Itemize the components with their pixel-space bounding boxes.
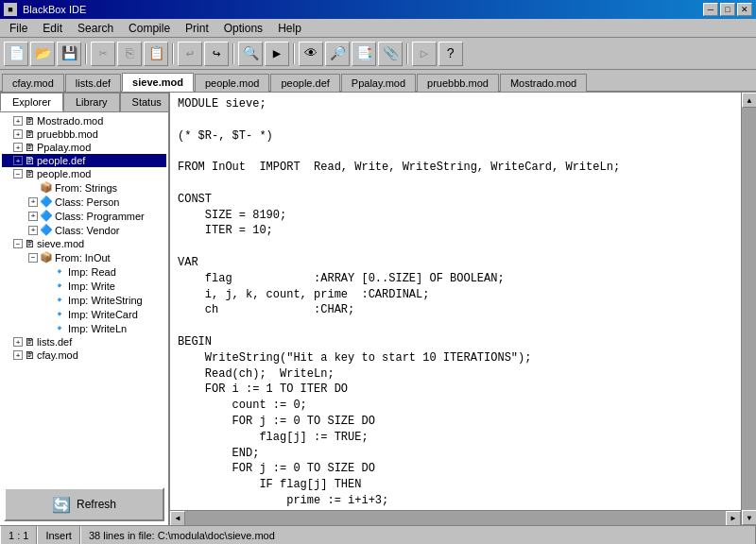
tab-ppalay[interactable]: Ppalay.mod: [341, 74, 416, 92]
tree-lists[interactable]: + 🖹 lists.def: [2, 335, 166, 348]
import-icon: 🔹: [53, 265, 66, 278]
expand-person[interactable]: +: [28, 197, 38, 207]
maximize-button[interactable]: □: [720, 3, 735, 16]
tree-area[interactable]: + 🖹 Mostrado.mod + 🖹 pruebbb.mod + 🖹 Pp: [0, 112, 168, 484]
status-mode: Insert: [37, 526, 80, 544]
run-button[interactable]: ▷: [412, 42, 437, 66]
menu-options[interactable]: Options: [216, 20, 270, 37]
expand-lists[interactable]: +: [13, 337, 23, 347]
tab-cfay[interactable]: cfay.mod: [2, 74, 64, 92]
tree-writeln[interactable]: 🔹 Imp: WriteLn: [2, 321, 166, 335]
menu-help[interactable]: Help: [270, 20, 309, 37]
open-button[interactable]: 📂: [30, 42, 55, 66]
refresh-label: Refresh: [77, 498, 116, 511]
horizontal-scrollbar[interactable]: ◀ ▶: [170, 510, 741, 525]
expand-vendor[interactable]: +: [28, 226, 38, 235]
scroll-left-button[interactable]: ◀: [170, 511, 185, 526]
tree-people-mod[interactable]: − 🖹 people.mod: [2, 167, 166, 180]
close-button[interactable]: ✕: [737, 3, 752, 16]
save-button[interactable]: 💾: [57, 42, 81, 66]
scroll-right-button[interactable]: ▶: [726, 511, 741, 526]
vertical-scrollbar[interactable]: ▲ ▼: [741, 93, 756, 525]
file-icon: 🖹: [25, 155, 35, 166]
toolbar: 📄 📂 💾 ✂ ⎘ 📋 ↩ ↪ 🔍 ▶ 👁 🔎 📑 📎 ▷ ?: [0, 38, 756, 70]
tab-bar: cfay.mod lists.def sieve.mod people.mod …: [0, 70, 756, 93]
refresh-button[interactable]: 🔄 Refresh: [4, 487, 164, 521]
tab-explorer[interactable]: Explorer: [0, 93, 63, 111]
scroll-down-button[interactable]: ▼: [742, 510, 756, 525]
browse2-button[interactable]: 🔎: [325, 42, 350, 66]
tab-library[interactable]: Library: [63, 93, 120, 111]
tab-mostrado[interactable]: Mostrado.mod: [500, 74, 587, 92]
redo-button[interactable]: ↪: [204, 42, 229, 66]
help-button[interactable]: ?: [438, 42, 463, 66]
refresh-icon: 🔄: [52, 496, 71, 514]
file-icon: 🖹: [25, 128, 35, 140]
cut-button[interactable]: ✂: [91, 42, 115, 66]
main-area: cfay.mod lists.def sieve.mod people.mod …: [0, 70, 756, 544]
module-icon: 📦: [40, 251, 53, 264]
browse3-button[interactable]: 📑: [352, 42, 376, 66]
file-icon: 🖹: [25, 142, 35, 153]
code-scroll[interactable]: MODULE sieve; (* $R-, $T- *) FROM InOut …: [170, 93, 741, 510]
import-icon: 🔹: [53, 280, 66, 292]
file-icon: 🖹: [25, 238, 35, 249]
tree-person[interactable]: + 🔷 Class: Person: [2, 195, 166, 209]
code-content[interactable]: MODULE sieve; (* $R-, $T- *) FROM InOut …: [178, 96, 733, 509]
expand-mostrado[interactable]: +: [13, 116, 23, 126]
tree-pruebbb[interactable]: + 🖹 pruebbb.mod: [2, 128, 166, 141]
tab-people-def[interactable]: people.def: [270, 74, 339, 92]
tree-programmer[interactable]: + 🔷 Class: Programmer: [2, 209, 166, 223]
expand-programmer[interactable]: +: [28, 212, 38, 221]
menu-print[interactable]: Print: [178, 20, 216, 37]
tab-status[interactable]: Status: [120, 93, 170, 111]
tree-sieve[interactable]: − 🖹 sieve.mod: [2, 237, 166, 250]
module-icon: 📦: [40, 181, 53, 194]
menu-file[interactable]: File: [2, 20, 35, 37]
tree-write[interactable]: 🔹 Imp: Write: [2, 279, 166, 293]
tree-people-def[interactable]: + 🖹 people.def: [2, 154, 166, 167]
scroll-track-v[interactable]: [742, 108, 756, 510]
copy-button[interactable]: ⎘: [117, 42, 142, 66]
search-button[interactable]: 🔍: [238, 42, 263, 66]
tab-pruebbb[interactable]: pruebbb.mod: [417, 74, 499, 92]
expand-inout[interactable]: −: [28, 253, 38, 263]
tree-mostrado[interactable]: + 🖹 Mostrado.mod: [2, 114, 166, 128]
new-button[interactable]: 📄: [4, 42, 28, 66]
undo-button[interactable]: ↩: [178, 42, 202, 66]
tree-ppalay[interactable]: + 🖹 Ppalay.mod: [2, 141, 166, 154]
expand-ppalay[interactable]: +: [13, 143, 23, 152]
scroll-track-h[interactable]: [185, 511, 726, 526]
paste-button[interactable]: 📋: [144, 42, 168, 66]
tab-lists[interactable]: lists.def: [65, 74, 121, 92]
tree-writestring[interactable]: 🔹 Imp: WriteString: [2, 293, 166, 307]
toolbar-sep-4: [293, 43, 295, 64]
tab-people-mod[interactable]: people.mod: [195, 74, 270, 92]
expand-people-def[interactable]: +: [13, 156, 23, 165]
expand-sieve[interactable]: −: [13, 239, 23, 248]
tree-read[interactable]: 🔹 Imp: Read: [2, 264, 166, 279]
tree-inout[interactable]: − 📦 From: InOut: [2, 250, 166, 264]
expand-cfay[interactable]: +: [13, 350, 23, 360]
menu-search[interactable]: Search: [70, 20, 121, 37]
tree-strings[interactable]: 📦 From: Strings: [2, 180, 166, 195]
toolbar-sep-5: [406, 43, 408, 64]
expand-people-mod[interactable]: −: [13, 169, 23, 178]
minimize-button[interactable]: ─: [703, 3, 718, 16]
menu-edit[interactable]: Edit: [35, 20, 70, 37]
menu-compile[interactable]: Compile: [121, 20, 178, 37]
tree-vendor[interactable]: + 🔷 Class: Vendor: [2, 223, 166, 237]
status-position: 1 : 1: [0, 526, 37, 544]
window-title: BlackBox IDE: [23, 4, 703, 15]
tree-writecard[interactable]: 🔹 Imp: WriteCard: [2, 307, 166, 321]
class-icon: 🔷: [40, 196, 53, 208]
code-area: MODULE sieve; (* $R-, $T- *) FROM InOut …: [170, 93, 741, 525]
status-info: 38 lines in file: C:\modula\doc\sieve.mo…: [80, 526, 756, 544]
search-next-button[interactable]: ▶: [265, 42, 289, 66]
tab-sieve[interactable]: sieve.mod: [122, 73, 194, 92]
expand-pruebbb[interactable]: +: [13, 129, 23, 139]
scroll-up-button[interactable]: ▲: [742, 93, 756, 108]
browse4-button[interactable]: 📎: [378, 42, 403, 66]
tree-cfay[interactable]: + 🖹 cfay.mod: [2, 348, 166, 362]
browse-button[interactable]: 👁: [299, 42, 323, 66]
